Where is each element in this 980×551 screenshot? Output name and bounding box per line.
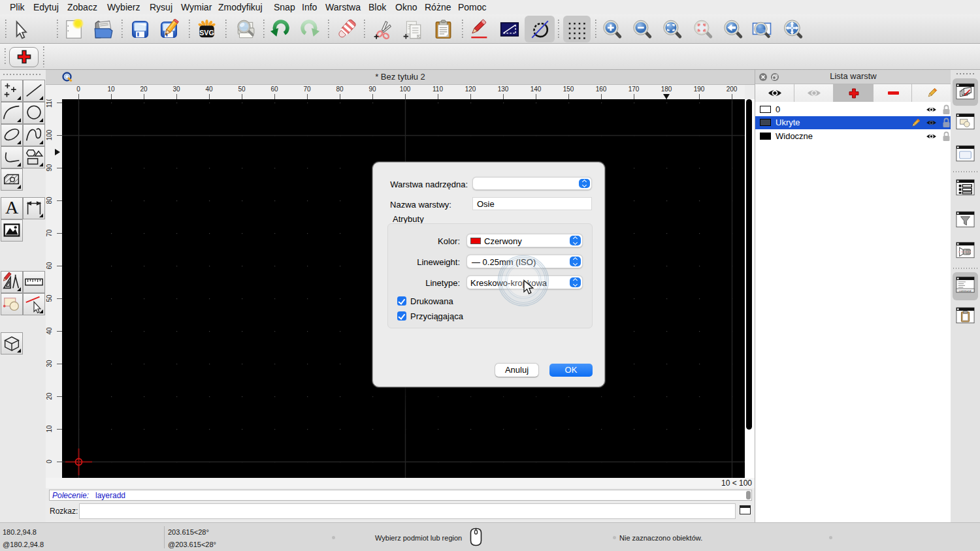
svg-text:command: command: [959, 289, 972, 292]
svg-text:SVG: SVG: [199, 29, 214, 37]
